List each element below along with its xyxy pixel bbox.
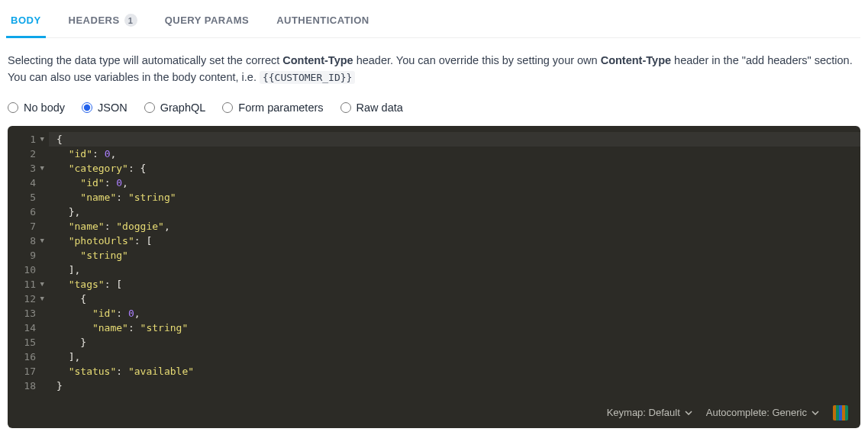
radio-json[interactable]: JSON (82, 102, 127, 114)
line-number: 10 (8, 263, 44, 277)
body-description: Selecting the data type will automatical… (8, 38, 860, 98)
line-number: 12▼ (8, 292, 44, 306)
code-line[interactable]: "photoUrls": [ (56, 234, 860, 248)
line-number: 4 (8, 176, 44, 190)
autocomplete-selector[interactable]: Autocomplete: Generic (706, 405, 819, 420)
radio-input-raw[interactable] (340, 102, 351, 113)
radio-no-body[interactable]: No body (8, 102, 65, 114)
desc-text: header. You can override this by setting… (353, 54, 601, 66)
radio-input-json[interactable] (82, 102, 92, 113)
code-area[interactable]: 1▼23▼45678▼91011▼12▼131415161718 { "id":… (8, 126, 860, 398)
body-type-radios: No body JSON GraphQL Form parameters Raw… (8, 98, 860, 126)
radio-label: JSON (98, 102, 127, 114)
code-line[interactable]: ], (56, 350, 860, 364)
line-number: 13 (8, 306, 44, 321)
chevron-down-icon (685, 411, 692, 415)
line-number: 3▼ (8, 161, 44, 176)
desc-bold: Content-Type (601, 54, 671, 66)
line-number: 16 (8, 350, 44, 364)
code-line[interactable]: "tags": [ (56, 277, 860, 292)
autocomplete-label: Autocomplete: Generic (706, 405, 807, 420)
tab-headers[interactable]: HEADERS 1 (66, 8, 140, 37)
tab-label: QUERY PARAMS (165, 14, 250, 26)
code-line[interactable]: } (56, 335, 860, 350)
line-number: 9 (8, 248, 44, 263)
tab-badge: 1 (124, 14, 137, 27)
code-line[interactable]: "id": 0, (56, 306, 860, 321)
line-number: 15 (8, 335, 44, 350)
editor-footer: Keymap: Default Autocomplete: Generic (8, 398, 860, 428)
radio-label: Form parameters (238, 102, 323, 114)
tab-authentication[interactable]: AUTHENTICATION (273, 8, 373, 37)
radio-label: Raw data (357, 102, 403, 114)
radio-input-form[interactable] (222, 102, 233, 113)
code-line[interactable]: "category": { (56, 161, 860, 176)
line-number: 6 (8, 205, 44, 219)
line-number-gutter: 1▼23▼45678▼91011▼12▼131415161718 (8, 132, 49, 393)
code-line[interactable]: { (49, 132, 860, 147)
code-line[interactable]: "string" (56, 248, 860, 263)
line-number: 5 (8, 190, 44, 205)
code-line[interactable]: "name": "string" (56, 321, 860, 335)
tab-query-params[interactable]: QUERY PARAMS (162, 8, 253, 37)
tab-label: AUTHENTICATION (276, 14, 369, 26)
keymap-label: Keymap: Default (607, 405, 680, 420)
code-lines[interactable]: { "id": 0, "category": { "id": 0, "name"… (49, 132, 860, 393)
line-number: 14 (8, 321, 44, 335)
tab-body[interactable]: BODY (8, 8, 44, 37)
code-line[interactable]: }, (56, 205, 860, 219)
keymap-selector[interactable]: Keymap: Default (607, 405, 692, 420)
code-line[interactable]: "status": "available" (56, 364, 860, 379)
chevron-down-icon (812, 411, 819, 415)
desc-text: Selecting the data type will automatical… (8, 54, 282, 66)
radio-raw-data[interactable]: Raw data (340, 102, 403, 114)
code-line[interactable]: { (56, 292, 860, 306)
fold-toggle-icon[interactable]: ▼ (38, 292, 44, 306)
desc-bold: Content-Type (282, 54, 353, 66)
tab-label: HEADERS (69, 14, 120, 26)
line-number: 11▼ (8, 277, 44, 292)
radio-label: GraphQL (160, 102, 206, 114)
line-number: 1▼ (8, 132, 44, 147)
minimap-icon[interactable] (833, 405, 848, 420)
line-number: 7 (8, 219, 44, 234)
code-line[interactable]: "name": "string" (56, 190, 860, 205)
fold-toggle-icon[interactable]: ▼ (38, 277, 44, 292)
tabs-bar: BODY HEADERS 1 QUERY PARAMS AUTHENTICATI… (8, 8, 860, 38)
radio-input-no-body[interactable] (8, 102, 18, 113)
desc-code: {{CUSTOMER_ID}} (260, 71, 355, 84)
line-number: 18 (8, 379, 44, 393)
fold-toggle-icon[interactable]: ▼ (38, 132, 44, 147)
json-editor[interactable]: 1▼23▼45678▼91011▼12▼131415161718 { "id":… (8, 126, 860, 428)
code-line[interactable]: ], (56, 263, 860, 277)
radio-input-graphql[interactable] (144, 102, 155, 113)
radio-graphql[interactable]: GraphQL (144, 102, 206, 114)
tab-label: BODY (11, 14, 41, 26)
radio-form-parameters[interactable]: Form parameters (222, 102, 323, 114)
line-number: 2 (8, 147, 44, 161)
line-number: 8▼ (8, 234, 44, 248)
code-line[interactable]: "id": 0, (56, 176, 860, 190)
fold-toggle-icon[interactable]: ▼ (38, 161, 44, 176)
fold-toggle-icon[interactable]: ▼ (38, 234, 44, 248)
radio-label: No body (24, 102, 65, 114)
code-line[interactable]: "id": 0, (56, 147, 860, 161)
code-line[interactable]: } (56, 379, 860, 393)
code-line[interactable]: "name": "doggie", (56, 219, 860, 234)
line-number: 17 (8, 364, 44, 379)
